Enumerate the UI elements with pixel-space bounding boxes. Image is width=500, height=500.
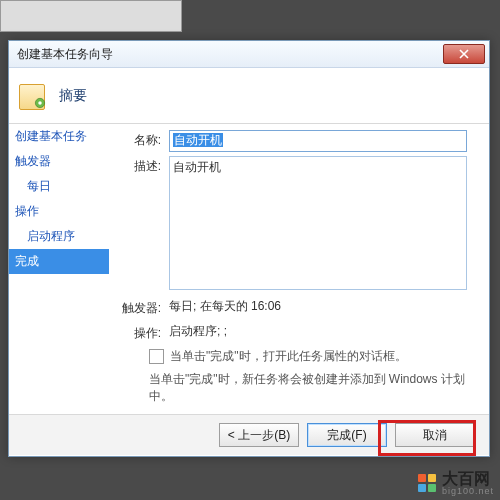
sidebar-item-action[interactable]: 操作	[9, 199, 109, 224]
close-icon	[459, 49, 469, 59]
close-button[interactable]	[443, 44, 485, 64]
sidebar-item-finish[interactable]: 完成	[9, 249, 109, 274]
action-label: 操作:	[119, 323, 169, 342]
finish-button[interactable]: 完成(F)	[307, 423, 387, 447]
wizard-sidebar: 创建基本任务 触发器 每日 操作 启动程序 完成	[9, 124, 109, 414]
open-properties-label: 当单击"完成"时，打开此任务属性的对话框。	[170, 348, 407, 365]
watermark: 大百网 big100.net	[418, 471, 494, 496]
watermark-main: 大百网	[442, 471, 494, 487]
cancel-button[interactable]: 取消	[395, 423, 475, 447]
logo-icon	[418, 474, 438, 494]
sidebar-item-create[interactable]: 创建基本任务	[9, 124, 109, 149]
sidebar-item-trigger[interactable]: 触发器	[9, 149, 109, 174]
wizard-footer: < 上一步(B) 完成(F) 取消	[9, 414, 489, 455]
sidebar-item-daily[interactable]: 每日	[9, 174, 109, 199]
wizard-content: 名称: 自动开机 描述: 自动开机 触发器: 每日; 在每天的 16:06 操作…	[109, 124, 489, 414]
open-properties-checkbox[interactable]	[149, 349, 164, 364]
desc-label: 描述:	[119, 156, 169, 175]
sidebar-item-launch[interactable]: 启动程序	[9, 224, 109, 249]
finish-hint: 当单击"完成"时，新任务将会被创建并添加到 Windows 计划中。	[149, 371, 479, 405]
action-value: 启动程序; ;	[169, 323, 227, 340]
trigger-value: 每日; 在每天的 16:06	[169, 298, 281, 315]
svg-point-1	[38, 101, 42, 105]
trigger-label: 触发器:	[119, 298, 169, 317]
titlebar: 创建基本任务向导	[9, 41, 489, 68]
wizard-header: 摘要	[9, 68, 489, 124]
name-label: 名称:	[119, 130, 169, 149]
desc-textarea[interactable]: 自动开机	[169, 156, 467, 290]
wizard-icon	[19, 80, 51, 112]
gear-icon	[33, 96, 47, 110]
watermark-sub: big100.net	[442, 487, 494, 496]
background-window	[0, 0, 182, 32]
wizard-dialog: 创建基本任务向导 摘要 创建基本任务 触发器 每日 操作 启动程序 完成 名称:	[8, 40, 490, 457]
header-title: 摘要	[59, 87, 87, 105]
open-properties-row[interactable]: 当单击"完成"时，打开此任务属性的对话框。	[149, 348, 479, 365]
back-button[interactable]: < 上一步(B)	[219, 423, 299, 447]
name-input[interactable]: 自动开机	[169, 130, 467, 152]
window-title: 创建基本任务向导	[17, 46, 113, 63]
